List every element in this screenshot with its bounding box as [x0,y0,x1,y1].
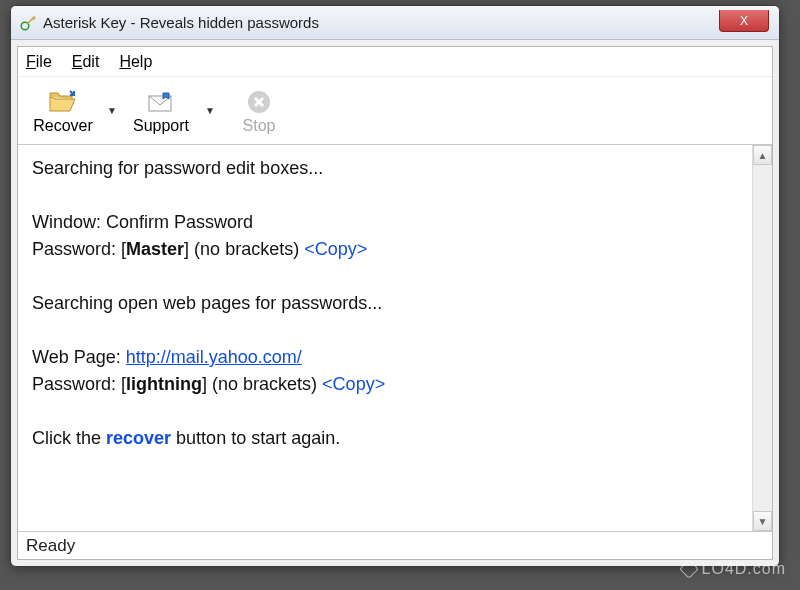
recover-dropdown-arrow-icon[interactable]: ▼ [106,105,118,116]
copy-link[interactable]: <Copy> [304,239,367,259]
watermark: LO4D.com [682,560,786,578]
stop-icon [246,87,272,117]
log-line: Click the recover button to start again. [32,425,738,452]
support-label: Support [133,117,189,135]
scroll-up-icon[interactable]: ▲ [753,145,772,165]
log-line: Password: [Master] (no brackets) <Copy> [32,236,738,263]
statusbar: Ready [18,531,772,559]
folder-open-icon [48,87,78,117]
password-value: Master [126,239,184,259]
log-line: Password: [lightning] (no brackets) <Cop… [32,371,738,398]
content-area: Searching for password edit boxes... Win… [18,145,772,531]
log-line: Searching open web pages for passwords..… [32,290,738,317]
window-title: Asterisk Key - Reveals hidden passwords [43,14,319,31]
scroll-down-icon[interactable]: ▼ [753,511,772,531]
titlebar[interactable]: Asterisk Key - Reveals hidden passwords … [11,6,779,40]
support-button[interactable]: Support [124,81,198,141]
recover-word: recover [106,428,171,448]
recover-label: Recover [33,117,93,135]
menubar: File Edit Help [18,47,772,77]
watermark-icon [679,559,699,579]
support-dropdown-arrow-icon[interactable]: ▼ [204,105,216,116]
recover-button[interactable]: Recover [26,81,100,141]
close-icon: X [740,14,748,28]
log-line: Window: Confirm Password [32,209,738,236]
copy-link[interactable]: <Copy> [322,374,385,394]
close-button[interactable]: X [719,10,769,32]
vertical-scrollbar[interactable]: ▲ ▼ [752,145,772,531]
menu-file[interactable]: File [26,53,52,71]
menu-edit[interactable]: Edit [72,53,100,71]
webpage-link[interactable]: http://mail.yahoo.com/ [126,347,302,367]
log-line: Web Page: http://mail.yahoo.com/ [32,344,738,371]
toolbar: Recover ▼ Support ▼ [18,77,772,145]
stop-button: Stop [222,81,296,141]
client-area: File Edit Help Recover ▼ [17,46,773,560]
log-output: Searching for password edit boxes... Win… [18,145,752,531]
status-text: Ready [26,536,75,556]
log-line: Searching for password edit boxes... [32,155,738,182]
stop-label: Stop [243,117,276,135]
menu-help[interactable]: Help [119,53,152,71]
app-window: Asterisk Key - Reveals hidden passwords … [10,5,780,567]
key-icon [19,14,37,32]
password-value: lightning [126,374,202,394]
scroll-track[interactable] [753,165,772,511]
envelope-icon [146,87,176,117]
